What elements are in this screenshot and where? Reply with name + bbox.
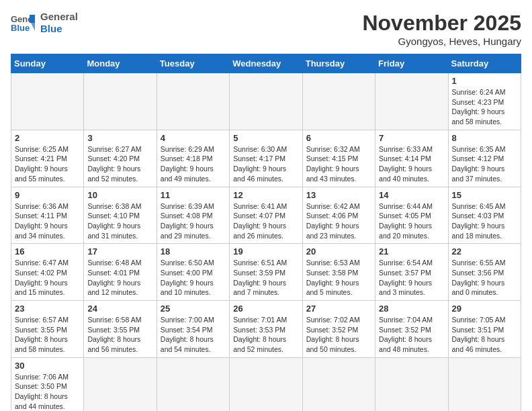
calendar-cell [448,357,521,411]
day-number: 8 [452,133,517,143]
day-number: 28 [379,304,444,314]
calendar-cell: 7Sunrise: 6:33 AM Sunset: 4:14 PM Daylig… [375,130,448,187]
calendar-cell: 3Sunrise: 6:27 AM Sunset: 4:20 PM Daylig… [84,130,157,187]
calendar-cell: 29Sunrise: 7:05 AM Sunset: 3:51 PM Dayli… [448,301,521,358]
day-info: Sunrise: 6:25 AM Sunset: 4:21 PM Dayligh… [15,144,80,184]
day-info: Sunrise: 7:04 AM Sunset: 3:52 PM Dayligh… [379,315,444,355]
day-number: 7 [379,133,444,143]
day-info: Sunrise: 6:33 AM Sunset: 4:14 PM Dayligh… [379,144,444,184]
month-title: November 2025 [362,11,521,36]
day-info: Sunrise: 6:45 AM Sunset: 4:03 PM Dayligh… [452,201,517,241]
day-info: Sunrise: 6:27 AM Sunset: 4:20 PM Dayligh… [87,144,152,184]
calendar-cell: 21Sunrise: 6:54 AM Sunset: 3:57 PM Dayli… [375,244,448,301]
day-number: 11 [161,190,226,200]
day-info: Sunrise: 7:00 AM Sunset: 3:54 PM Dayligh… [161,315,226,355]
day-number: 15 [452,190,517,200]
svg-marker-3 [31,23,35,31]
day-number: 19 [233,246,298,257]
calendar-week-1: 1Sunrise: 6:24 AM Sunset: 4:23 PM Daylig… [11,73,521,130]
calendar-cell: 17Sunrise: 6:48 AM Sunset: 4:01 PM Dayli… [84,244,157,301]
calendar-cell: 13Sunrise: 6:42 AM Sunset: 4:06 PM Dayli… [302,187,375,244]
day-number: 17 [87,246,152,257]
calendar-cell: 14Sunrise: 6:44 AM Sunset: 4:05 PM Dayli… [375,187,448,244]
weekday-header-monday: Monday [84,54,157,73]
weekday-header-friday: Friday [375,54,448,73]
calendar-cell [375,73,448,130]
day-number: 12 [233,190,298,200]
calendar-week-2: 2Sunrise: 6:25 AM Sunset: 4:21 PM Daylig… [11,130,521,187]
day-info: Sunrise: 6:57 AM Sunset: 3:55 PM Dayligh… [15,315,80,355]
calendar-cell: 22Sunrise: 6:55 AM Sunset: 3:56 PM Dayli… [448,244,521,301]
calendar-cell [84,357,157,411]
day-info: Sunrise: 6:55 AM Sunset: 3:56 PM Dayligh… [452,258,517,298]
svg-text:Blue: Blue [11,23,30,32]
calendar-week-3: 9Sunrise: 6:36 AM Sunset: 4:11 PM Daylig… [11,187,521,244]
calendar-cell: 27Sunrise: 7:02 AM Sunset: 3:52 PM Dayli… [302,301,375,358]
calendar-cell: 19Sunrise: 6:51 AM Sunset: 3:59 PM Dayli… [230,244,302,301]
page-header: General Blue General Blue November 2025 … [11,11,521,47]
day-info: Sunrise: 6:24 AM Sunset: 4:23 PM Dayligh… [452,87,517,127]
calendar-cell: 16Sunrise: 6:47 AM Sunset: 4:02 PM Dayli… [11,244,84,301]
calendar-cell: 6Sunrise: 6:32 AM Sunset: 4:15 PM Daylig… [302,130,375,187]
calendar-cell: 15Sunrise: 6:45 AM Sunset: 4:03 PM Dayli… [448,187,521,244]
day-number: 10 [87,190,152,200]
calendar-cell: 8Sunrise: 6:35 AM Sunset: 4:12 PM Daylig… [448,130,521,187]
day-number: 5 [233,133,298,143]
day-info: Sunrise: 6:54 AM Sunset: 3:57 PM Dayligh… [379,258,444,298]
calendar-cell: 5Sunrise: 6:30 AM Sunset: 4:17 PM Daylig… [230,130,302,187]
calendar-cell: 12Sunrise: 6:41 AM Sunset: 4:07 PM Dayli… [230,187,302,244]
calendar-cell [302,357,375,411]
calendar-cell: 25Sunrise: 7:00 AM Sunset: 3:54 PM Dayli… [157,301,229,358]
day-info: Sunrise: 6:44 AM Sunset: 4:05 PM Dayligh… [379,201,444,241]
calendar-cell [230,357,302,411]
calendar-cell: 30Sunrise: 7:06 AM Sunset: 3:50 PM Dayli… [11,357,84,411]
calendar-week-5: 23Sunrise: 6:57 AM Sunset: 3:55 PM Dayli… [11,301,521,358]
day-info: Sunrise: 6:39 AM Sunset: 4:08 PM Dayligh… [161,201,226,241]
calendar-cell: 20Sunrise: 6:53 AM Sunset: 3:58 PM Dayli… [302,244,375,301]
day-number: 4 [161,133,226,143]
weekday-header-thursday: Thursday [302,54,375,73]
calendar-cell: 1Sunrise: 6:24 AM Sunset: 4:23 PM Daylig… [448,73,521,130]
svg-marker-2 [30,15,35,23]
calendar-cell: 2Sunrise: 6:25 AM Sunset: 4:21 PM Daylig… [11,130,84,187]
day-info: Sunrise: 7:01 AM Sunset: 3:53 PM Dayligh… [233,315,298,355]
day-number: 26 [233,304,298,314]
calendar-cell: 24Sunrise: 6:58 AM Sunset: 3:55 PM Dayli… [84,301,157,358]
calendar-cell [157,73,229,130]
weekday-header-saturday: Saturday [448,54,521,73]
day-info: Sunrise: 6:42 AM Sunset: 4:06 PM Dayligh… [306,201,371,241]
day-number: 21 [379,246,444,257]
day-number: 14 [379,190,444,200]
calendar-header-row: SundayMondayTuesdayWednesdayThursdayFrid… [11,54,521,73]
day-number: 24 [87,304,152,314]
logo-blue-text: Blue [40,23,78,35]
location-subtitle: Gyongyos, Heves, Hungary [362,36,521,47]
day-info: Sunrise: 6:29 AM Sunset: 4:18 PM Dayligh… [161,144,226,184]
calendar-cell [302,73,375,130]
calendar-week-4: 16Sunrise: 6:47 AM Sunset: 4:02 PM Dayli… [11,244,521,301]
day-info: Sunrise: 6:53 AM Sunset: 3:58 PM Dayligh… [306,258,371,298]
calendar-cell: 11Sunrise: 6:39 AM Sunset: 4:08 PM Dayli… [157,187,229,244]
day-info: Sunrise: 6:35 AM Sunset: 4:12 PM Dayligh… [452,144,517,184]
day-number: 30 [15,361,80,371]
day-number: 25 [161,304,226,314]
day-info: Sunrise: 6:48 AM Sunset: 4:01 PM Dayligh… [87,258,152,298]
day-info: Sunrise: 6:30 AM Sunset: 4:17 PM Dayligh… [233,144,298,184]
day-info: Sunrise: 6:36 AM Sunset: 4:11 PM Dayligh… [15,201,80,241]
day-info: Sunrise: 6:50 AM Sunset: 4:00 PM Dayligh… [161,258,226,298]
day-number: 1 [452,76,517,86]
day-number: 13 [306,190,371,200]
day-number: 16 [15,246,80,257]
day-number: 20 [306,246,371,257]
logo-icon: General Blue [11,13,35,32]
day-number: 9 [15,190,80,200]
day-info: Sunrise: 7:05 AM Sunset: 3:51 PM Dayligh… [452,315,517,355]
day-info: Sunrise: 7:06 AM Sunset: 3:50 PM Dayligh… [15,372,80,411]
calendar-cell: 4Sunrise: 6:29 AM Sunset: 4:18 PM Daylig… [157,130,229,187]
calendar-cell: 18Sunrise: 6:50 AM Sunset: 4:00 PM Dayli… [157,244,229,301]
calendar-cell [230,73,302,130]
calendar-cell [375,357,448,411]
calendar-cell: 10Sunrise: 6:38 AM Sunset: 4:10 PM Dayli… [84,187,157,244]
calendar-table: SundayMondayTuesdayWednesdayThursdayFrid… [11,54,521,411]
day-number: 27 [306,304,371,314]
